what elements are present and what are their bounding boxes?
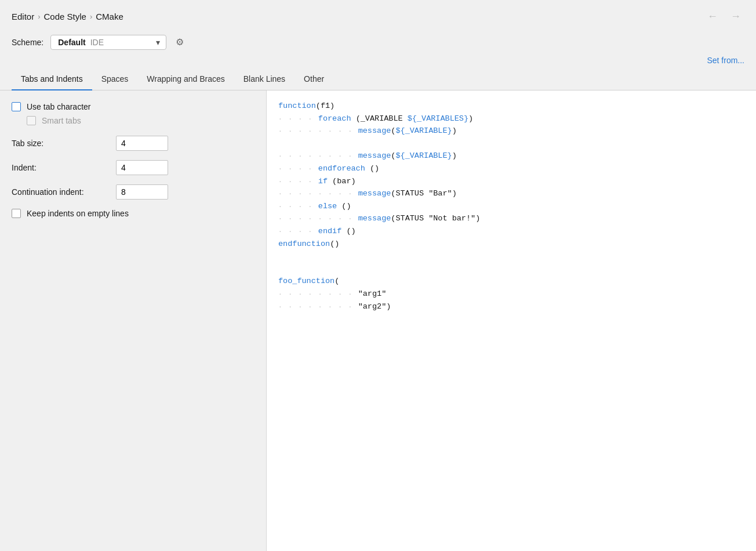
scheme-name: Default [58,38,85,47]
code-line-14: foo_function( [278,275,744,288]
tab-wrapping-braces[interactable]: Wrapping and Braces [137,70,234,90]
scheme-type: IDE [90,38,104,47]
code-line-8: · · · · else () [278,200,744,213]
continuation-indent-row: Continuation indent: [12,184,255,200]
tab-tabs-indents[interactable]: Tabs and Indents [12,70,92,90]
continuation-indent-label: Continuation indent: [12,187,110,197]
breadcrumb-cmake: CMake [96,12,123,21]
code-preview-panel: function(f1) · · · · foreach (_VARIABLE … [267,90,756,551]
set-from-row: Set from... [0,56,756,70]
keep-indents-label: Keep indents on empty lines [27,209,129,218]
main-content: Use tab character Smart tabs Tab size: I… [0,90,756,551]
continuation-indent-input[interactable] [116,184,168,200]
breadcrumb-sep1: › [38,12,40,21]
indent-label: Indent: [12,163,110,172]
code-line-16: · · · · · · · · "arg2") [278,300,744,313]
breadcrumb-sep2: › [90,12,92,21]
code-line-1: · · · · foreach (_VARIABLE ${_VARIABLES}… [278,113,744,125]
indent-row: Indent: [12,160,255,175]
keep-indents-row: Keep indents on empty lines [12,209,255,218]
gear-icon: ⚙ [176,37,184,47]
tab-size-input[interactable] [116,136,168,151]
left-panel: Use tab character Smart tabs Tab size: I… [0,90,267,551]
code-line-empty-2 [278,250,744,263]
code-line-0: function(f1) [278,100,744,113]
code-line-empty-3 [278,263,744,276]
use-tab-character-label: Use tab character [27,102,91,111]
code-line-10: · · · · endif () [278,225,744,238]
breadcrumb: Editor › Code Style › CMake [12,12,123,21]
code-line-6: · · · · if (bar) [278,175,744,188]
gear-button[interactable]: ⚙ [173,34,186,50]
smart-tabs-checkbox[interactable] [27,116,36,125]
use-tab-character-row: Use tab character [12,102,255,111]
nav-back-button[interactable]: ← [704,8,721,25]
code-line-9: · · · · · · · · message(STATUS "Not bar!… [278,212,744,225]
tab-size-label: Tab size: [12,139,110,148]
nav-arrows: ← → [704,8,744,25]
breadcrumb-editor: Editor [12,12,34,21]
breadcrumb-code-style: Code Style [44,12,86,21]
tab-other[interactable]: Other [295,70,333,90]
code-line-11: endfunction() [278,238,744,251]
code-line-15: · · · · · · · · "arg1" [278,288,744,300]
scheme-row: Scheme: Default IDE ▾ ⚙ [0,31,756,56]
tab-spaces[interactable]: Spaces [92,70,138,90]
tab-blank-lines[interactable]: Blank Lines [234,70,295,90]
nav-forward-button[interactable]: → [727,8,744,25]
use-tab-character-checkbox[interactable] [12,102,21,111]
tabs-row: Tabs and Indents Spaces Wrapping and Bra… [0,70,756,90]
scheme-arrow-icon: ▾ [156,38,160,47]
tab-size-row: Tab size: [12,136,255,151]
set-from-link[interactable]: Set from... [707,56,744,65]
smart-tabs-label: Smart tabs [42,116,81,125]
code-line-7: · · · · · · · · message(STATUS "Bar") [278,187,744,200]
scheme-label: Scheme: [12,38,43,47]
code-line-4: · · · · · · · · message(${_VARIABLE}) [278,150,744,162]
scheme-select-dropdown[interactable]: Default IDE ▾ [50,35,166,50]
code-line-empty-1 [278,137,744,150]
smart-tabs-row: Smart tabs [12,116,255,125]
top-bar: Editor › Code Style › CMake ← → [0,0,756,31]
code-line-5: · · · · endforeach () [278,162,744,175]
indent-input[interactable] [116,160,168,175]
code-line-2: · · · · · · · · message(${_VARIABLE}) [278,125,744,137]
keep-indents-checkbox[interactable] [12,209,21,218]
